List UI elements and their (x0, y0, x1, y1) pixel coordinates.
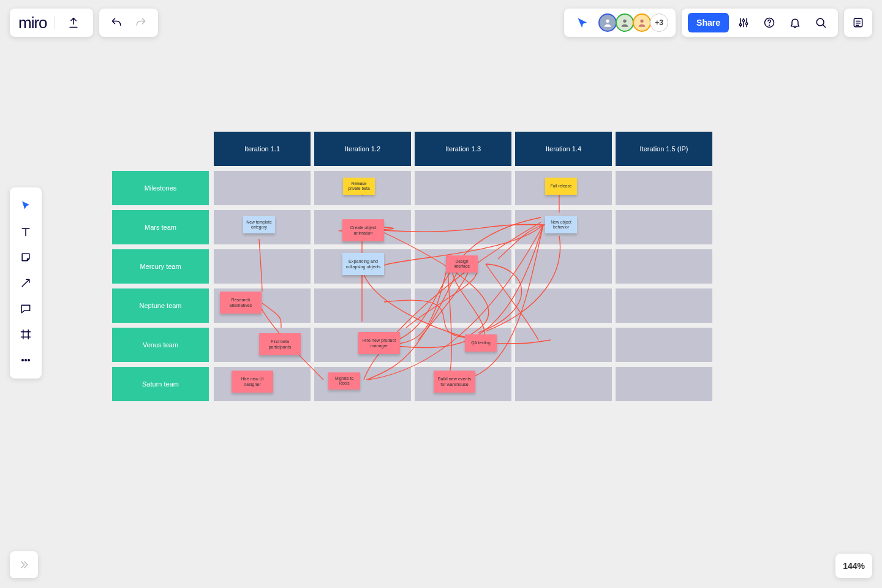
sticky-note[interactable]: Expanding and collapsing objects (342, 253, 384, 275)
column-header[interactable]: Iteration 1.3 (415, 132, 511, 166)
comments-button[interactable] (844, 9, 872, 37)
cell[interactable] (415, 328, 511, 362)
sticky-note[interactable]: Find beta participants (259, 333, 301, 355)
undo-button[interactable] (105, 12, 127, 34)
sticky-note[interactable]: New template category (243, 216, 275, 233)
cell[interactable] (616, 288, 712, 323)
text-icon (20, 225, 32, 238)
export-icon (67, 17, 80, 29)
sticky-tool[interactable] (13, 245, 38, 270)
frame-tool[interactable] (13, 322, 38, 347)
cell[interactable] (515, 249, 612, 284)
cell[interactable] (314, 288, 411, 323)
sticky-note[interactable]: Full release (545, 178, 577, 195)
board-actions: Share (682, 9, 838, 37)
select-tool[interactable] (13, 194, 38, 218)
svg-point-7 (22, 360, 24, 361)
sticky-note[interactable]: Hire new UI designer (232, 371, 273, 393)
person-icon (620, 18, 630, 28)
cell[interactable] (616, 328, 712, 362)
sliders-icon (737, 17, 750, 29)
more-tools[interactable] (13, 348, 38, 372)
cell[interactable] (616, 367, 712, 401)
arrow-icon (20, 277, 32, 289)
avatar-overflow[interactable]: +3 (650, 13, 668, 32)
column-header[interactable]: Iteration 1.5 (IP) (616, 132, 712, 166)
cell[interactable] (616, 171, 712, 205)
present-button[interactable] (571, 12, 594, 34)
cell[interactable] (415, 171, 511, 205)
row-header[interactable]: Neptune team (112, 288, 209, 323)
row-header[interactable]: Venus team (112, 328, 209, 362)
cell[interactable] (415, 210, 511, 244)
svg-point-8 (25, 360, 27, 361)
sticky-note[interactable]: QA testing (465, 334, 497, 352)
svg-point-1 (623, 20, 626, 23)
avatar[interactable] (598, 13, 617, 32)
sticky-note-icon (20, 251, 32, 263)
row-header[interactable]: Mars team (112, 210, 209, 244)
cell[interactable] (515, 367, 612, 401)
export-button[interactable] (62, 12, 85, 34)
search-button[interactable] (810, 12, 832, 34)
redo-icon (135, 17, 147, 29)
cell[interactable] (515, 328, 612, 362)
presence-panel: +3 (564, 9, 676, 37)
cell[interactable] (214, 171, 311, 205)
redo-button[interactable] (130, 12, 152, 34)
sticky-note[interactable]: Migrate to Redis (328, 372, 360, 390)
question-icon (763, 17, 775, 29)
board-menu[interactable]: miro (10, 9, 93, 37)
cell[interactable] (214, 249, 311, 284)
sticky-note[interactable]: Build new events for warehouse (434, 371, 475, 393)
settings-button[interactable] (733, 12, 755, 34)
cell[interactable] (415, 288, 511, 323)
comment-tool[interactable] (13, 296, 38, 321)
cursor-icon (20, 200, 32, 212)
column-header[interactable]: Iteration 1.1 (214, 132, 311, 166)
cell[interactable] (616, 249, 712, 284)
note-list-icon (852, 17, 864, 29)
sticky-note[interactable]: Hire new product manager (358, 332, 400, 354)
sticky-note[interactable]: Research alternatives (220, 292, 262, 314)
row-header[interactable]: Mercury team (112, 249, 209, 284)
sticky-note[interactable]: Release private beta (343, 178, 375, 195)
kanban-canvas[interactable]: Iteration 1.1 Iteration 1.2 Iteration 1.… (112, 132, 712, 401)
svg-point-2 (640, 20, 643, 23)
text-tool[interactable] (13, 219, 38, 244)
share-button[interactable]: Share (688, 13, 729, 32)
miro-logo: miro (18, 13, 47, 32)
more-icon (20, 354, 32, 366)
collapse-panel-button[interactable] (10, 551, 38, 578)
frame-icon (20, 328, 32, 341)
avatar[interactable] (616, 13, 634, 32)
cell[interactable] (616, 210, 712, 244)
person-icon (603, 18, 612, 28)
comment-icon (20, 303, 32, 315)
column-header[interactable]: Iteration 1.4 (515, 132, 612, 166)
person-icon (637, 18, 647, 28)
left-toolbar (10, 187, 42, 379)
history-controls (99, 9, 158, 37)
zoom-indicator[interactable]: 144% (835, 554, 872, 578)
notifications-button[interactable] (784, 12, 806, 34)
bell-icon (789, 17, 801, 29)
svg-point-0 (606, 20, 609, 23)
separator (55, 16, 55, 29)
cursor-arrow-icon (576, 17, 589, 29)
svg-point-4 (769, 25, 770, 26)
cell[interactable] (515, 288, 612, 323)
svg-point-9 (28, 360, 30, 361)
search-icon (815, 17, 827, 29)
help-button[interactable] (758, 12, 780, 34)
chevron-double-right-icon (18, 559, 30, 571)
sticky-note[interactable]: Design interface (446, 255, 478, 273)
row-header[interactable]: Saturn team (112, 367, 209, 401)
sticky-note[interactable]: New object behavior (545, 216, 577, 233)
connector-tool[interactable] (13, 271, 38, 295)
column-header[interactable]: Iteration 1.2 (314, 132, 411, 166)
undo-icon (110, 17, 123, 29)
sticky-note[interactable]: Create object animation (342, 219, 384, 241)
row-header[interactable]: Milestones (112, 171, 209, 205)
avatar[interactable] (633, 13, 651, 32)
